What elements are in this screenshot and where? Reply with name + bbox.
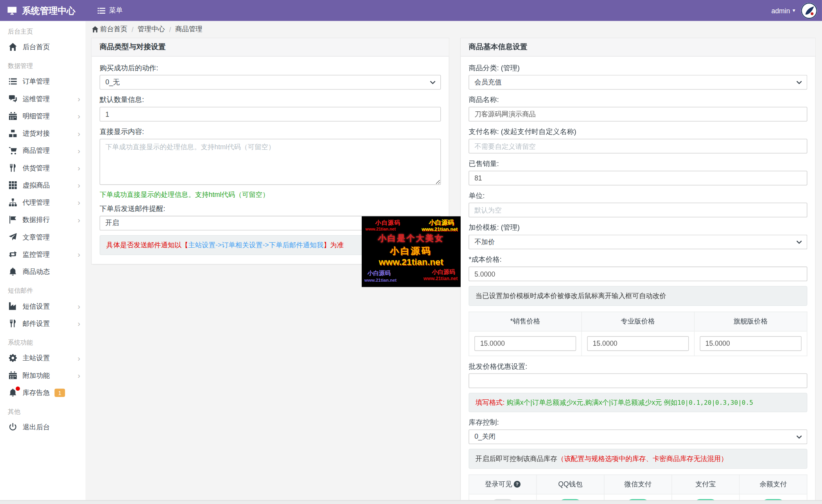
top-header: 系统管理中心 菜单 admin ▾ xyxy=(0,0,822,21)
stock-control-help: 开启后即可控制该商品库存（该配置与规格选项中的库存、卡密商品库存无法混用） xyxy=(468,449,807,468)
display-content-textarea[interactable] xyxy=(100,139,441,185)
sidebar-item-home[interactable]: 后台首页 xyxy=(0,38,86,55)
sidebar-section-label: 系统功能 xyxy=(0,332,86,349)
product-info-card-title: 商品基本信息设置 xyxy=(461,38,815,57)
comments-icon xyxy=(8,95,17,103)
chevron-down-icon xyxy=(430,80,436,85)
sale-price-input[interactable] xyxy=(474,336,576,351)
menu-label: 菜单 xyxy=(109,6,123,15)
cost-price-help: 当已设置加价模板时成本价被修改后鼠标离开输入框可自动改价 xyxy=(468,286,807,306)
caret-down-icon: ▾ xyxy=(793,8,795,13)
unit-input[interactable] xyxy=(468,203,807,218)
topbar-right: admin ▾ xyxy=(772,2,822,19)
product-info-card: 商品基本信息设置 商品分类: (管理) 会员充值 商品名称: 支付名称: (发起… xyxy=(460,38,816,504)
markup-template-select[interactable]: 不加价 xyxy=(468,235,807,250)
brand[interactable]: 系统管理中心 xyxy=(0,4,86,16)
sidebar-item-orders[interactable]: 订单管理 xyxy=(0,73,86,90)
sidebar-item-rankings[interactable]: 数据排行 › xyxy=(0,211,86,228)
home-icon xyxy=(92,26,99,32)
price-table: *销售价格 专业版价格 旗舰版价格 xyxy=(468,311,807,356)
chevron-right-icon: › xyxy=(77,198,80,206)
product-name-input[interactable] xyxy=(468,107,807,122)
question-circle-icon[interactable]: ? xyxy=(514,481,520,487)
sidebar-section-label: 短信邮件 xyxy=(0,280,86,297)
pro-price-input[interactable] xyxy=(587,336,689,351)
default-qty-label: 默认数量信息: xyxy=(100,95,441,105)
sidebar-section-label: 后台主页 xyxy=(0,21,86,38)
horizontal-scrollbar[interactable] xyxy=(0,500,822,504)
cost-price-label: *成本价格: xyxy=(468,255,807,265)
chevron-right-icon: › xyxy=(77,112,80,120)
sidebar-item-products[interactable]: 商品管理 › xyxy=(0,142,86,159)
sidebar-item-details[interactable]: 明细管理 › xyxy=(0,107,86,125)
purchase-action-label: 购买成功后的动作: xyxy=(100,63,441,73)
user-menu[interactable]: admin ▾ xyxy=(772,7,795,14)
ultimate-price-input[interactable] xyxy=(700,336,802,351)
sidebar-item-site-settings[interactable]: 主站设置 › xyxy=(0,349,86,366)
chevron-right-icon: › xyxy=(77,95,80,103)
breadcrumb-home[interactable]: 前台首页 xyxy=(92,25,127,34)
sidebar-item-product-news[interactable]: 商品动态 xyxy=(0,263,86,280)
chevron-right-icon: › xyxy=(77,147,80,154)
toggle-col-header: 余额支付 xyxy=(739,474,807,494)
sidebar-item-operations[interactable]: 运维管理 › xyxy=(0,90,86,107)
pay-name-input[interactable] xyxy=(468,139,807,154)
calendar-icon xyxy=(8,371,17,379)
sidebar-item-virtual-goods[interactable]: 虚拟商品 › xyxy=(0,177,86,194)
product-name-label: 商品名称: xyxy=(468,95,807,105)
cart-icon xyxy=(8,147,17,154)
grid-icon xyxy=(8,181,17,189)
sidebar: 后台主页 后台首页 数据管理 订单管理 运维管理 › 明细管理 › 进货对接 › xyxy=(0,21,86,504)
retweet-icon xyxy=(8,250,17,258)
username: admin xyxy=(772,7,790,14)
app-root: 系统管理中心 菜单 admin ▾ 后台主页 后台首页 数据管理 xyxy=(0,0,822,504)
sales-count-label: 已售销量: xyxy=(468,159,807,169)
wholesale-input[interactable] xyxy=(468,373,807,388)
alert-dot xyxy=(16,386,20,391)
wholesale-help: 填写格式: 购满x个|订单总额减少x元,购满x个|订单总额减少x元 例如10|0… xyxy=(468,393,807,412)
sidebar-item-agents[interactable]: 代理管理 › xyxy=(0,194,86,211)
sidebar-section-label: 其他 xyxy=(0,401,86,418)
sidebar-item-sms-settings[interactable]: 短信设置 › xyxy=(0,297,86,315)
price-col-header: *销售价格 xyxy=(469,312,582,331)
settings-path-link[interactable]: 主站设置->订单相关设置->下单后邮件通知我 xyxy=(188,241,323,249)
sidebar-section-label: 数据管理 xyxy=(0,55,86,73)
cutlery-icon xyxy=(8,164,17,172)
breadcrumb-separator: / xyxy=(131,25,133,33)
sidebar-item-logout[interactable]: 退出后台 xyxy=(0,418,86,436)
unit-label: 单位: xyxy=(468,191,807,200)
bell-alert-icon xyxy=(8,389,17,397)
default-qty-input[interactable] xyxy=(100,107,441,122)
toggle-col-header: QQ钱包 xyxy=(537,474,604,494)
breadcrumb-admin-center[interactable]: 管理中心 xyxy=(138,25,165,34)
stock-control-select[interactable]: 0_关闭 xyxy=(468,429,807,444)
chevron-right-icon: › xyxy=(77,181,80,189)
avatar[interactable] xyxy=(801,2,817,19)
brand-title: 系统管理中心 xyxy=(22,4,75,16)
breadcrumb-current: 商品管理 xyxy=(175,25,203,34)
display-content-help: 下单成功直接显示的处理信息。支持html代码（可留空） xyxy=(100,190,441,200)
chevron-right-icon: › xyxy=(77,250,80,258)
sidebar-item-articles[interactable]: 文章管理 xyxy=(0,228,86,245)
cost-price-input[interactable] xyxy=(468,266,807,281)
price-col-header: 旗舰版价格 xyxy=(694,312,807,331)
sidebar-item-mail-settings[interactable]: 邮件设置 › xyxy=(0,315,86,332)
sidebar-item-monitor[interactable]: 监控管理 › xyxy=(0,246,86,263)
menu-toggle[interactable]: 菜单 xyxy=(97,6,122,15)
sidebar-item-stock-alert[interactable]: 库存告急 1 xyxy=(0,384,86,401)
gear-icon xyxy=(8,354,17,362)
purchase-action-select[interactable]: 0_无 xyxy=(100,75,441,90)
chevron-right-icon: › xyxy=(77,164,80,172)
sidebar-item-addons[interactable]: 附加功能 › xyxy=(0,366,86,384)
chevron-right-icon: › xyxy=(77,320,80,327)
list-icon xyxy=(8,77,17,85)
wholesale-label: 批发价格优惠设置: xyxy=(468,362,807,371)
send-icon xyxy=(8,233,17,241)
sidebar-item-supply[interactable]: 供货管理 › xyxy=(0,159,86,177)
chevron-right-icon: › xyxy=(77,302,80,310)
sales-count-input[interactable] xyxy=(468,171,807,186)
sidebar-item-purchase[interactable]: 进货对接 › xyxy=(0,125,86,142)
category-select[interactable]: 会员充值 xyxy=(468,75,807,90)
home-icon xyxy=(8,43,17,51)
hamburger-icon xyxy=(97,7,105,14)
